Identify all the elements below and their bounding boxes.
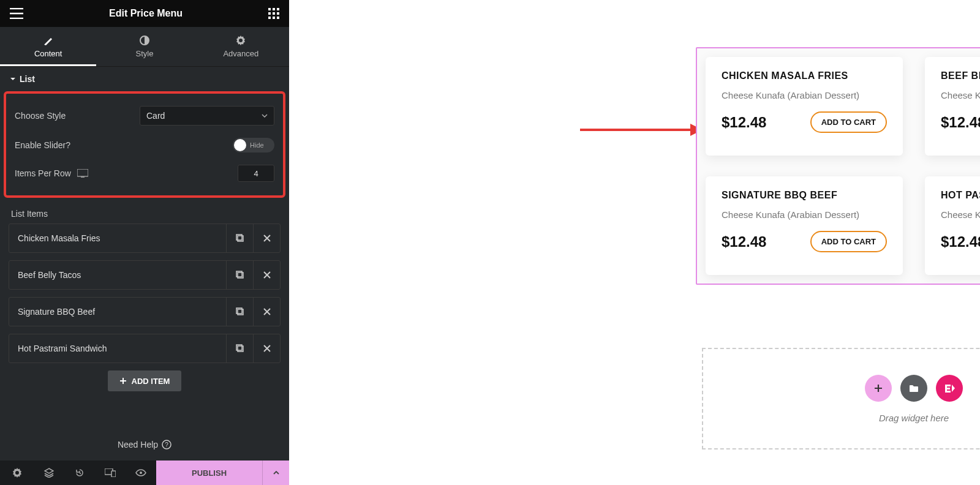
history-button[interactable]: [64, 461, 95, 485]
duplicate-icon[interactable]: [226, 334, 253, 363]
add-to-cart-button[interactable]: ADD TO CART: [810, 231, 887, 252]
items-per-row-label: Items Per Row: [15, 168, 71, 178]
duplicate-icon[interactable]: [226, 298, 253, 326]
elementskit-button[interactable]: [936, 375, 963, 402]
duplicate-icon[interactable]: [226, 224, 253, 252]
card-desc: Cheese Kunafa (Arabian Dessert): [941, 209, 980, 220]
card-desc: Cheese Kunafa (Arabian Dessert): [722, 209, 887, 220]
choose-style-select[interactable]: Card: [140, 106, 274, 126]
close-icon[interactable]: [253, 298, 280, 326]
list-item-label: Hot Pastrami Sandwich: [9, 344, 226, 353]
widget-dropzone[interactable]: Drag widget here: [702, 348, 980, 449]
need-help-label: Need Help: [118, 440, 158, 449]
svg-rect-3: [268, 12, 271, 15]
settings-button[interactable]: [0, 461, 34, 485]
hamburger-icon[interactable]: [10, 8, 23, 19]
list-item-label: Signature BBQ Beef: [9, 307, 226, 317]
chevron-down-icon: [262, 114, 268, 118]
control-items-per-row: Items Per Row: [12, 159, 277, 188]
help-icon: ?: [162, 440, 172, 449]
ek-logo-icon: [943, 383, 956, 393]
svg-rect-1: [273, 8, 275, 10]
close-icon[interactable]: [253, 334, 280, 363]
price-card: SIGNATURE BBQ BEEF Cheese Kunafa (Arabia…: [706, 176, 903, 275]
plus-icon: [119, 377, 127, 385]
close-icon[interactable]: [253, 261, 280, 289]
list-item[interactable]: Signature BBQ Beef: [9, 297, 281, 326]
preview-button[interactable]: [126, 461, 156, 485]
eye-icon: [135, 469, 146, 476]
navigator-button[interactable]: [34, 461, 64, 485]
sidebar-header: Edit Price Menu: [0, 0, 289, 27]
editor-sidebar: Edit Price Menu Content Style Advanced L…: [0, 0, 289, 485]
card-price: $12.48: [941, 114, 980, 131]
add-section-button[interactable]: [865, 375, 892, 402]
folder-icon: [909, 384, 919, 393]
publish-button-group: PUBLISH: [156, 461, 289, 485]
plus-icon: [873, 383, 883, 393]
choose-style-label: Choose Style: [15, 111, 66, 121]
list-items-label: List Items: [0, 201, 289, 224]
price-menu-widget[interactable]: CHICKEN MASALA FRIES Cheese Kunafa (Arab…: [696, 47, 980, 285]
publish-options-button[interactable]: [262, 461, 289, 485]
section-list-label: List: [20, 74, 35, 84]
svg-rect-2: [277, 8, 279, 10]
card-title: SIGNATURE BBQ BEEF: [722, 190, 887, 201]
list-item-label: Beef Belly Tacos: [9, 270, 226, 280]
choose-style-value: Card: [146, 111, 165, 121]
svg-point-24: [140, 472, 142, 474]
card-price: $12.48: [941, 233, 980, 250]
add-item-button[interactable]: ADD ITEM: [108, 370, 181, 391]
layers-icon: [44, 468, 54, 478]
price-card: BEEF BELLY TACOS Cheese Kunafa (Arabian …: [925, 57, 980, 156]
duplicate-icon[interactable]: [226, 261, 253, 289]
publish-button[interactable]: PUBLISH: [156, 461, 262, 485]
tab-content[interactable]: Content: [0, 27, 96, 66]
add-item-label: ADD ITEM: [132, 377, 170, 386]
chevron-up-icon: [273, 471, 279, 475]
enable-slider-toggle[interactable]: Hide: [233, 138, 274, 152]
section-list-toggle[interactable]: List: [0, 67, 289, 91]
card-title: HOT PASTRAMI SANDWICH: [941, 190, 980, 201]
list-item[interactable]: Beef Belly Tacos: [9, 260, 281, 290]
close-icon[interactable]: [253, 224, 280, 252]
apps-grid-icon[interactable]: [268, 8, 279, 19]
responsive-button[interactable]: [95, 461, 126, 485]
control-enable-slider: Enable Slider? Hide: [12, 132, 277, 159]
items-per-row-input[interactable]: [238, 165, 274, 182]
tab-style[interactable]: Style: [96, 27, 192, 66]
svg-rect-7: [273, 17, 275, 19]
template-library-button[interactable]: [900, 375, 927, 402]
list-item[interactable]: Chicken Masala Fries: [9, 224, 281, 253]
card-price: $12.48: [722, 233, 766, 250]
dropzone-label: Drag widget here: [879, 413, 949, 423]
card-title: BEEF BELLY TACOS: [941, 70, 980, 81]
svg-rect-0: [268, 8, 271, 10]
devices-icon: [105, 468, 116, 477]
tab-style-label: Style: [136, 49, 154, 58]
list-item-label: Chicken Masala Fries: [9, 233, 226, 243]
svg-rect-6: [268, 17, 271, 19]
tab-content-label: Content: [34, 49, 62, 58]
enable-slider-state: Hide: [250, 141, 264, 149]
svg-rect-10: [77, 169, 88, 176]
card-desc: Cheese Kunafa (Arabian Dessert): [722, 90, 887, 100]
annotation-highlight: Choose Style Card Enable Slider? Hide It…: [4, 91, 285, 198]
tab-advanced[interactable]: Advanced: [193, 27, 289, 66]
add-to-cart-button[interactable]: ADD TO CART: [810, 111, 887, 133]
svg-rect-11: [81, 176, 85, 178]
svg-rect-23: [111, 471, 116, 477]
card-price: $12.48: [722, 114, 766, 131]
tab-advanced-label: Advanced: [223, 49, 258, 58]
control-choose-style: Choose Style Card: [12, 100, 277, 132]
svg-rect-4: [273, 12, 275, 15]
list-item[interactable]: Hot Pastrami Sandwich: [9, 334, 281, 363]
gear-icon: [12, 468, 22, 478]
card-desc: Cheese Kunafa (Arabian Dessert): [941, 90, 980, 100]
responsive-icon[interactable]: [77, 169, 88, 178]
need-help-link[interactable]: Need Help ?: [0, 429, 289, 461]
svg-text:?: ?: [165, 442, 168, 448]
content-panel: List Choose Style Card Enable Slider? Hi…: [0, 67, 289, 429]
editor-tabs: Content Style Advanced: [0, 27, 289, 67]
annotation-arrow: [580, 119, 703, 141]
